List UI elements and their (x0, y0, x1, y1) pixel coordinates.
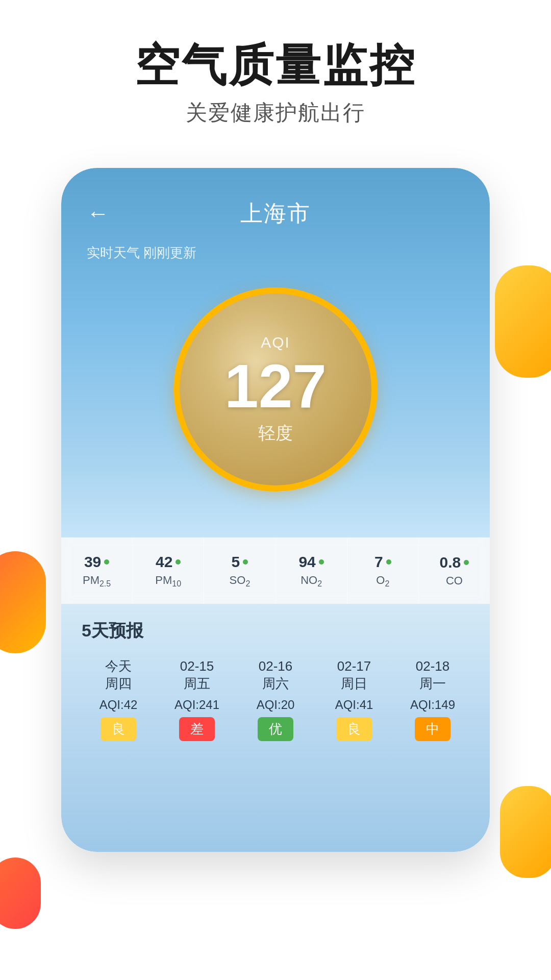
forecast-badge-2: 优 (258, 717, 293, 741)
pm25-name: PM2.5 (83, 574, 111, 589)
pollutant-value-row: 39 (84, 553, 109, 571)
aqi-value: 127 (224, 355, 327, 416)
pm25-dot (104, 559, 109, 565)
pollutant-pm10: 42 PM10 (133, 538, 204, 604)
forecast-aqi-4: AQI:149 (410, 698, 455, 712)
forecast-date-3: 02-17周日 (337, 658, 371, 693)
aqi-label: AQI (261, 334, 290, 351)
forecast-day-1: 02-15周五 AQI:241 差 (160, 658, 234, 741)
so2-name: SO2 (230, 574, 251, 589)
forecast-date-2: 02-16周六 (259, 658, 293, 693)
forecast-day-2: 02-16周六 AQI:20 优 (239, 658, 312, 741)
pollutant-value-row: 94 (298, 553, 323, 571)
forecast-badge-0: 良 (101, 717, 136, 741)
update-info: 实时天气 刚刚更新 (87, 244, 464, 262)
app-subtitle: 关爱健康护航出行 (0, 99, 551, 127)
forecast-aqi-3: AQI:41 (335, 698, 373, 712)
aqi-description: 轻度 (258, 422, 293, 445)
forecast-badge-4: 中 (415, 717, 450, 741)
o2-name: O2 (376, 574, 389, 589)
pm10-value: 42 (156, 553, 172, 571)
co-name: CO (446, 574, 463, 587)
so2-value: 5 (232, 553, 240, 571)
co-dot (464, 560, 469, 565)
no2-dot (319, 559, 324, 565)
forecast-badge-3: 良 (336, 717, 372, 741)
app-screen: ← 上海市 实时天气 刚刚更新 AQI 127 轻度 39 PM2.5 (61, 168, 490, 852)
city-label: 上海市 (240, 199, 311, 229)
pollutant-value-row: 42 (156, 553, 181, 571)
aqi-circle-container: AQI 127 轻度 (173, 287, 378, 492)
nav-bar: ← 上海市 (87, 199, 464, 229)
phone-mockup: ← 上海市 实时天气 刚刚更新 AQI 127 轻度 39 PM2.5 (61, 168, 490, 852)
forecast-aqi-2: AQI:20 (257, 698, 295, 712)
pollutant-section: 39 PM2.5 42 PM10 5 SO2 (61, 537, 490, 604)
forecast-day-4: 02-18周一 AQI:149 中 (396, 658, 469, 741)
so2-dot (243, 559, 248, 565)
back-button[interactable]: ← (87, 201, 109, 226)
app-title: 空气质量监控 (0, 41, 551, 90)
forecast-date-1: 02-15周五 (180, 658, 214, 693)
deco-shape-left (0, 551, 46, 653)
pollutant-pm25: 39 PM2.5 (61, 538, 133, 604)
pollutant-o2: 7 O2 (347, 538, 419, 604)
header-section: 空气质量监控 关爱健康护航出行 (0, 0, 551, 148)
pollutant-co: 0.8 CO (419, 538, 490, 604)
forecast-aqi-0: AQI:42 (99, 698, 138, 712)
pm25-value: 39 (84, 553, 101, 571)
forecast-aqi-1: AQI:241 (174, 698, 219, 712)
forecast-badge-1: 差 (179, 717, 215, 741)
forecast-date-0: 今天周四 (105, 658, 132, 693)
forecast-title: 5天预报 (82, 619, 469, 643)
forecast-date-4: 02-18周一 (416, 658, 450, 693)
pollutant-value-row: 5 (232, 553, 248, 571)
o2-value: 7 (374, 553, 383, 571)
no2-value: 94 (298, 553, 315, 571)
co-value: 0.8 (440, 554, 461, 571)
pm10-name: PM10 (155, 574, 181, 589)
o2-dot (386, 559, 391, 565)
pollutant-so2: 5 SO2 (204, 538, 276, 604)
forecast-grid: 今天周四 AQI:42 良 02-15周五 AQI:241 差 02-16周六 … (82, 658, 469, 741)
top-section: ← 上海市 实时天气 刚刚更新 AQI 127 轻度 (61, 168, 490, 537)
forecast-day-3: 02-17周日 AQI:41 良 (317, 658, 391, 741)
deco-shape-right (495, 265, 551, 378)
pollutant-value-row: 0.8 (440, 554, 469, 571)
pollutant-no2: 94 NO2 (276, 538, 347, 604)
no2-name: NO2 (300, 574, 322, 589)
forecast-day-0: 今天周四 AQI:42 良 (82, 658, 155, 741)
pollutant-value-row: 7 (374, 553, 391, 571)
forecast-section: 5天预报 今天周四 AQI:42 良 02-15周五 AQI:241 差 02-… (61, 604, 490, 852)
deco-shape-bottom-right (500, 786, 551, 878)
deco-shape-bottom-left (0, 857, 41, 929)
pm10-dot (176, 559, 181, 565)
aqi-circle: AQI 127 轻度 (173, 287, 378, 492)
